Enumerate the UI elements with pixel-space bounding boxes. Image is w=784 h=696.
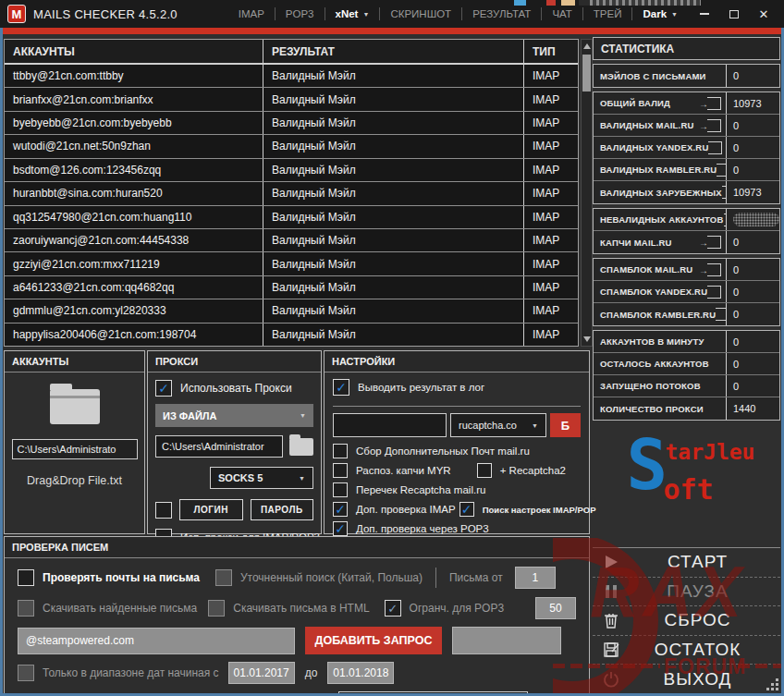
export-icon[interactable] [708, 141, 722, 154]
stats-group: СПАМБЛОК MAIL.RU0 СПАМБЛОК YANDEX.RU0 СП… [593, 258, 780, 326]
date-to-input[interactable]: 01.01.2018 [327, 662, 394, 684]
browse-folder-icon[interactable] [289, 438, 313, 456]
stat-row: СПАМБЛОК MAIL.RU0 [594, 259, 779, 281]
menu-xnet-dropdown[interactable]: xNet▼ [331, 6, 374, 22]
collect-extra-mail-checkbox[interactable] [333, 444, 348, 458]
letters-from-input[interactable]: 1 [515, 567, 556, 589]
menu-tray[interactable]: ТРЕЙ [589, 6, 627, 22]
cell-account: bsdtom@126.com:123456zqq [5, 159, 263, 181]
cell-result: Валидный Мэйл [263, 159, 524, 181]
start-button[interactable]: СТАРТ [593, 547, 780, 577]
table-row[interactable]: bsdtom@126.com:123456zqqВалидный МэйлIMA… [5, 159, 578, 182]
table-row[interactable]: gdmmlu@21cn.com:yl2820333Валидный МэйлIM… [5, 299, 578, 323]
recheck-recaptcha-checkbox[interactable] [333, 482, 348, 497]
table-row[interactable]: a6461233@21cn.com:qq4682qqВалидный МэйлI… [5, 276, 578, 299]
folder-icon[interactable] [50, 389, 100, 424]
date-from-input[interactable]: 01.01.2017 [228, 662, 295, 684]
check-mail-checkbox[interactable] [18, 569, 34, 586]
close-button[interactable]: ✕ [751, 4, 777, 24]
proxy-auth-checkbox[interactable] [155, 502, 172, 519]
theme-dropdown[interactable]: Dark▼ [638, 6, 682, 22]
table-row[interactable]: ttbby@21cn.com:ttbbyВалидный МэйлIMAP [5, 65, 578, 88]
download-html-checkbox[interactable] [208, 600, 225, 617]
imap-check-checkbox[interactable] [333, 502, 348, 517]
export-icon[interactable] [707, 236, 721, 249]
cell-type: IMAP [524, 206, 578, 228]
cell-account: a6461233@21cn.com:qq4682qq [5, 276, 263, 299]
resize-grip[interactable] [766, 678, 779, 691]
cell-type: IMAP [524, 182, 578, 204]
export-icon[interactable] [707, 97, 721, 110]
pop3-check-checkbox[interactable] [333, 521, 348, 536]
export-icon[interactable] [707, 263, 721, 276]
download-found-label: Скачивать найденные письма [43, 602, 197, 615]
myr-captcha-checkbox[interactable] [333, 463, 348, 478]
table-row[interactable]: qq312547980@21cn.com:huang110Валидный Мэ… [5, 206, 578, 229]
mail-check-title: ПРОВЕРКА ПИСЕМ [5, 537, 589, 558]
captcha-key-input[interactable] [333, 413, 447, 437]
table-row[interactable]: zaoruiywancj@21cn.com:44454338Валидный М… [5, 229, 578, 252]
login-button[interactable]: ЛОГИН [179, 499, 243, 520]
pause-button[interactable]: ПАУЗА [593, 577, 780, 606]
captcha-service-select[interactable]: rucaptcha.co▼ [450, 413, 546, 437]
exit-button[interactable]: ВЫХОД [593, 664, 780, 693]
balance-button[interactable]: Б [550, 413, 581, 437]
pop3-limit-input[interactable]: 50 [535, 597, 576, 619]
divider [435, 568, 436, 588]
column-header-type[interactable]: ТИП [524, 40, 578, 63]
maximize-button[interactable] [721, 4, 747, 24]
pop3-limit-checkbox[interactable] [385, 600, 401, 617]
menu-imap[interactable]: IMAP [234, 6, 269, 22]
cell-account: qq312547980@21cn.com:huang110 [5, 206, 263, 228]
reset-button[interactable]: СБРОС [593, 605, 780, 635]
use-proxy-checkbox[interactable] [155, 380, 172, 397]
accounts-panel: АККАУНТЫ C:\Users\Administrato Drag&Drop… [4, 350, 145, 534]
imap-pop-search-checkbox[interactable] [459, 502, 474, 517]
column-header-result[interactable]: РЕЗУЛЬТАТ [263, 40, 524, 63]
query-extra-box[interactable] [452, 627, 561, 654]
brand-line1: tarJleu [666, 440, 755, 464]
proxy-file-input[interactable]: C:\Users\Administrator [155, 435, 283, 458]
date-range-checkbox[interactable] [18, 665, 34, 681]
accounts-file-path[interactable]: C:\Users\Administrato [12, 439, 138, 459]
remainder-button[interactable]: ОСТАТОК [593, 635, 780, 665]
add-query-button[interactable]: ДОБАВИТЬ ЗАПРОС [305, 627, 442, 654]
table-scrollbar[interactable] [581, 39, 593, 347]
cell-result: Валидный Мэйл [263, 206, 524, 228]
cell-result: Валидный Мэйл [263, 88, 524, 110]
table-row[interactable]: happylisa200406@21cn.com:198704Валидный … [5, 324, 578, 346]
export-icon[interactable] [716, 308, 726, 321]
password-button[interactable]: ПАРОЛЬ [251, 499, 314, 520]
table-row[interactable]: brianfxx@21cn.com:brianfxxВалидный МэйлI… [5, 88, 578, 111]
export-icon[interactable] [707, 119, 721, 132]
menu-chat[interactable]: ЧАТ [547, 6, 576, 22]
recaptcha2-checkbox[interactable] [477, 463, 492, 478]
cell-account: brianfxx@21cn.com:brianfxx [5, 88, 263, 110]
export-icon[interactable] [707, 286, 721, 299]
export-icon[interactable] [722, 186, 726, 199]
scroll-down-icon[interactable] [583, 336, 591, 342]
scrollbar-thumb[interactable] [582, 55, 591, 92]
query-input[interactable]: @steampowered.com [18, 628, 295, 654]
minimize-button[interactable] [692, 4, 717, 24]
scroll-up-icon[interactable] [583, 43, 591, 49]
refined-search-checkbox[interactable] [215, 569, 232, 586]
export-icon[interactable] [724, 214, 726, 226]
column-header-accounts[interactable]: АККАУНТЫ [5, 40, 263, 63]
export-icon[interactable] [717, 164, 726, 177]
menu-screenshot[interactable]: СКРИНШОТ [386, 6, 456, 22]
menu-result[interactable]: РЕЗУЛЬТАТ [468, 6, 535, 22]
log-output-checkbox[interactable] [333, 379, 349, 396]
table-row[interactable]: huranbbt@sina.com:huran520Валидный МэйлI… [5, 182, 578, 205]
proxy-panel: ПРОКСИ Использовать Прокси ИЗ ФАЙЛА▼ C:\… [147, 350, 322, 534]
divider [333, 406, 581, 407]
proxy-type-select[interactable]: SOCKS 5▼ [210, 467, 313, 489]
menu-pop3[interactable]: POP3 [281, 6, 319, 22]
proxy-source-select[interactable]: ИЗ ФАЙЛА▼ [155, 404, 313, 427]
download-found-checkbox[interactable] [18, 600, 34, 617]
table-row[interactable]: gzziyi@21cn.com:mxx711219Валидный МэйлIM… [5, 252, 578, 275]
stat-row: ВАЛИДНЫХ MAIL.RU0 [594, 115, 779, 137]
results-table: АККАУНТЫ РЕЗУЛЬТАТ ТИП ttbby@21cn.com:tt… [4, 39, 579, 347]
table-row[interactable]: wutodi@21cn.net:50n9zhanВалидный МэйлIMA… [5, 135, 578, 158]
table-row[interactable]: byebyebb@21cn.com:byebyebbВалидный МэйлI… [5, 112, 578, 135]
